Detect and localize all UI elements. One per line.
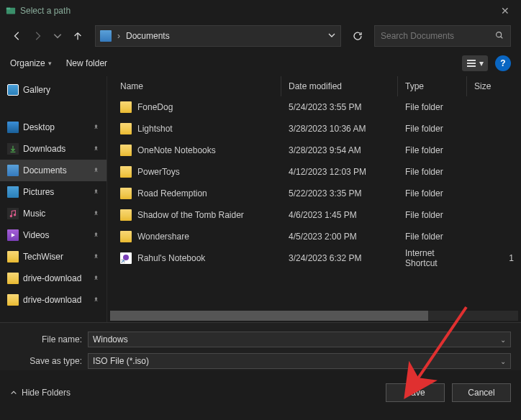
sidebar-item-label: Music bbox=[23, 209, 45, 219]
hide-folders-toggle[interactable]: Hide Folders bbox=[10, 388, 71, 398]
pin-icon bbox=[93, 296, 99, 304]
file-type: File folder bbox=[398, 232, 467, 242]
titlebar: Select a path ✕ bbox=[0, 0, 521, 22]
filename-dropdown[interactable]: ⌄ bbox=[500, 336, 506, 344]
address-bar[interactable]: › Documents bbox=[95, 25, 341, 47]
filetype-field[interactable]: ISO File (*.iso) ⌄ bbox=[88, 353, 511, 369]
header-date[interactable]: Date modified bbox=[281, 76, 398, 96]
file-type: File folder bbox=[398, 188, 467, 198]
sidebar-item-music[interactable]: Music bbox=[0, 203, 107, 224]
hide-folders-label: Hide Folders bbox=[22, 388, 71, 398]
file-row[interactable]: OneNote Notebooks3/28/2023 9:54 AMFile f… bbox=[107, 140, 521, 161]
back-button[interactable] bbox=[10, 29, 24, 43]
sidebar-item-documents[interactable]: Documents bbox=[0, 160, 107, 181]
filename-input[interactable] bbox=[93, 334, 500, 344]
address-dropdown[interactable] bbox=[327, 31, 336, 42]
sidebar-item-label: Downloads bbox=[23, 144, 65, 154]
sidebar-item-desktop[interactable]: Desktop bbox=[0, 117, 107, 138]
cancel-button[interactable]: Cancel bbox=[452, 383, 511, 402]
svg-rect-1 bbox=[6, 8, 10, 10]
sidebar-item-downloads[interactable]: Downloads bbox=[0, 138, 107, 160]
filetype-label: Save as type: bbox=[10, 356, 88, 366]
video-icon bbox=[7, 229, 19, 241]
filename-field[interactable]: ⌄ bbox=[88, 332, 511, 347]
recent-dropdown[interactable] bbox=[50, 29, 65, 43]
pin-icon bbox=[93, 124, 99, 132]
pin-icon bbox=[93, 232, 99, 239]
header-type[interactable]: Type bbox=[398, 76, 467, 96]
close-button[interactable]: ✕ bbox=[495, 2, 515, 19]
down-icon bbox=[7, 143, 19, 155]
file-name: Road Redemption bbox=[137, 188, 207, 198]
horizontal-scrollbar[interactable] bbox=[110, 311, 518, 321]
refresh-button[interactable] bbox=[347, 25, 368, 47]
folder-icon bbox=[7, 251, 19, 262]
folder-icon bbox=[120, 166, 132, 178]
chevron-up-icon bbox=[10, 389, 17, 396]
app-icon bbox=[6, 6, 16, 16]
folder-icon bbox=[7, 273, 19, 284]
sidebar-item-label: Desktop bbox=[23, 122, 55, 132]
file-date: 5/22/2023 3:35 PM bbox=[281, 188, 398, 198]
file-size: 1 bbox=[467, 253, 521, 263]
svg-point-7 bbox=[14, 214, 16, 216]
breadcrumb-current[interactable]: Documents bbox=[126, 31, 170, 41]
file-list[interactable]: FoneDog5/24/2023 3:55 PMFile folderLight… bbox=[107, 96, 521, 311]
column-headers: Name Date modified Type Size bbox=[107, 76, 521, 96]
shortcut-icon bbox=[120, 252, 132, 264]
help-button[interactable]: ? bbox=[495, 55, 511, 71]
file-date: 3/24/2023 6:32 PM bbox=[281, 253, 398, 263]
file-row[interactable]: Lightshot3/28/2023 10:36 AMFile folder bbox=[107, 118, 521, 140]
sidebar-item-drive-download[interactable]: drive-download bbox=[0, 289, 107, 311]
pin-icon bbox=[93, 210, 99, 218]
svg-point-6 bbox=[10, 215, 12, 217]
header-name[interactable]: Name bbox=[107, 76, 281, 96]
pin-icon bbox=[93, 275, 99, 283]
search-icon bbox=[494, 30, 504, 42]
sidebar-item-drive-download[interactable]: drive-download bbox=[0, 268, 107, 289]
file-row[interactable]: PowerToys4/12/2023 12:03 PMFile folder bbox=[107, 161, 521, 183]
save-button[interactable]: Save bbox=[386, 383, 445, 402]
file-type: File folder bbox=[398, 210, 467, 220]
file-row[interactable]: Shadow of the Tomb Raider4/6/2023 1:45 P… bbox=[107, 204, 521, 226]
file-name: Lightshot bbox=[137, 124, 173, 134]
music-icon bbox=[7, 208, 19, 219]
file-row[interactable]: Road Redemption5/22/2023 3:35 PMFile fol… bbox=[107, 183, 521, 204]
new-folder-button[interactable]: New folder bbox=[66, 58, 107, 68]
file-name: OneNote Notebooks bbox=[137, 145, 216, 155]
file-row[interactable]: Wondershare4/5/2023 2:00 PMFile folder bbox=[107, 226, 521, 247]
search-box[interactable] bbox=[374, 25, 511, 47]
sidebar-item-label: Gallery bbox=[23, 85, 50, 95]
breadcrumb-separator: › bbox=[117, 31, 120, 41]
doc-icon bbox=[7, 165, 19, 176]
file-type: File folder bbox=[398, 167, 467, 177]
gallery-icon bbox=[7, 84, 19, 96]
search-input[interactable] bbox=[381, 31, 494, 41]
folder-icon bbox=[120, 101, 132, 113]
sidebar-item-techwiser[interactable]: TechWiser bbox=[0, 246, 107, 268]
filetype-dropdown[interactable]: ⌄ bbox=[500, 357, 506, 365]
svg-rect-4 bbox=[467, 63, 476, 64]
sidebar-item-label: drive-download bbox=[23, 295, 81, 305]
file-name: PowerToys bbox=[137, 167, 180, 177]
header-size[interactable]: Size bbox=[467, 76, 521, 96]
folder-icon bbox=[120, 231, 132, 242]
pin-icon bbox=[93, 253, 99, 261]
file-date: 4/6/2023 1:45 PM bbox=[281, 210, 398, 220]
sidebar-item-pictures[interactable]: Pictures bbox=[0, 181, 107, 203]
up-button[interactable] bbox=[71, 29, 85, 43]
view-options-button[interactable]: ▾ bbox=[462, 55, 488, 71]
file-row[interactable]: Rahul's Notebook3/24/2023 6:32 PMInterne… bbox=[107, 247, 521, 269]
file-type: Internet Shortcut bbox=[398, 248, 467, 268]
file-row[interactable]: FoneDog5/24/2023 3:55 PMFile folder bbox=[107, 96, 521, 118]
forward-button[interactable] bbox=[30, 29, 45, 43]
folder-icon bbox=[120, 188, 132, 199]
organize-menu[interactable]: Organize ▾ bbox=[10, 58, 52, 68]
sidebar-item-gallery[interactable]: Gallery bbox=[0, 79, 107, 101]
main-split: GalleryDesktopDownloadsDocumentsPictures… bbox=[0, 76, 521, 322]
file-date: 4/12/2023 12:03 PM bbox=[281, 167, 398, 177]
file-name: Wondershare bbox=[137, 232, 189, 242]
sidebar-item-label: drive-download bbox=[23, 273, 81, 283]
sidebar-item-videos[interactable]: Videos bbox=[0, 224, 107, 246]
scrollbar-thumb[interactable] bbox=[110, 311, 428, 321]
